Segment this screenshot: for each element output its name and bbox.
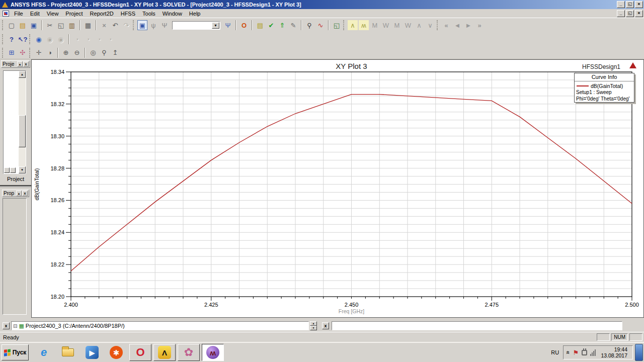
scroll-up-button[interactable]: ▲ [19,71,26,78]
animate-eye-4-icon[interactable]: ◔ [105,34,115,44]
minimize-button[interactable]: _ [617,1,625,8]
project-manager-field[interactable]: ⊟ ▦ Project2400_3 (C:/Antenn/2400/8P18P/… [11,321,309,330]
taskbar-app-paint[interactable]: ✿ [178,344,200,361]
hide-selection-icon[interactable]: ◉ [45,34,55,44]
taskbar-app-file-manager[interactable] [57,344,79,361]
zoom-in-rect-icon[interactable]: ⊕ [61,48,71,58]
toolbar-grip[interactable] [2,48,4,58]
wave-rect-pulse-icon[interactable]: ∧ [348,20,358,30]
nav-first-icon[interactable]: « [441,20,451,30]
nav-next-icon[interactable]: ► [463,20,473,30]
wave-w1-icon[interactable]: W [381,20,391,30]
properties-panel-pin-button[interactable]: ▴ [16,191,22,196]
animate-eye-3-icon[interactable]: ◔ [94,34,104,44]
rotate-icon[interactable]: ◑ [45,48,55,58]
toolbar-grip[interactable] [29,34,31,44]
validate-icon[interactable]: ▤ [255,20,265,30]
taskbar-app-lambda[interactable]: Λ [153,344,176,361]
project-panel-pin-button[interactable]: ▴ [17,61,23,67]
taskbar-app-movie-reel[interactable]: ✱ [105,344,127,361]
create-report-icon[interactable]: ∿ [315,20,326,30]
selection-combobox[interactable]: ▼ [172,21,220,30]
validation-check-icon[interactable]: ✔ [266,20,276,30]
menu-hfss[interactable]: HFSS [117,10,139,18]
toolbar-grip[interactable] [133,20,135,30]
scroll-down-button[interactable]: ▼ [19,166,26,173]
properties-panel-close-button[interactable]: x [22,191,28,196]
port-assign-icon[interactable]: Ψ [159,20,170,30]
nav-prev-icon[interactable]: ◄ [452,20,462,30]
menu-file[interactable]: File [11,10,27,18]
plot-document-icon[interactable] [3,11,9,17]
progress-close-button[interactable]: x [322,322,329,329]
nav-last-icon[interactable]: » [474,20,485,30]
animate-eye-2-icon[interactable]: ◔ [83,34,93,44]
coordinate-axes-icon[interactable]: ↥ [110,48,120,58]
project-tab[interactable]: Project [0,176,31,182]
dock-spinner[interactable]: ▲▼ [310,321,317,330]
copy-image-icon[interactable]: ◱ [332,20,342,30]
animate-eye-1-icon[interactable]: ◔ [72,34,82,44]
port-display-icon[interactable]: ψ [148,20,158,30]
zoom-area-icon[interactable]: ⚲ [99,48,109,58]
save-icon[interactable]: ▣ [29,20,39,30]
menu-report2d[interactable]: Report2D [87,10,117,18]
taskbar-app-media-player[interactable]: ▶ [81,344,103,361]
scrollbar-thumb[interactable] [19,115,26,147]
menu-window[interactable]: Window [159,10,186,18]
delete-icon[interactable]: × [99,20,109,30]
wave-peak-icon[interactable]: ∧ [414,20,424,30]
fit-all-icon[interactable]: ◎ [88,48,98,58]
menu-tools[interactable]: Tools [139,10,159,18]
wave-m1-icon[interactable]: M [370,20,380,30]
paste-icon[interactable]: ▥ [67,20,77,30]
menu-project[interactable]: Project [62,10,86,18]
horizontal-scroll-buttons[interactable] [4,167,16,173]
network-signal-icon[interactable] [590,349,596,356]
toolbar-grip[interactable] [29,48,31,58]
toolbar-grip[interactable] [2,34,4,44]
pan-icon[interactable]: ✛ [34,48,44,58]
wave-m2-icon[interactable]: M [392,20,402,30]
menu-help[interactable]: Help [186,10,204,18]
analyze-all-icon[interactable]: ⇑ [277,20,287,30]
mdi-close-button[interactable]: × [635,10,643,17]
copy-icon[interactable]: ◱ [56,20,66,30]
open-file-icon[interactable]: ▤ [18,20,28,30]
menu-view[interactable]: View [43,10,62,18]
toolbar-grip[interactable] [437,20,439,30]
project-tree-listbox[interactable]: ▲ ▼ [3,70,26,174]
visibility-eye-icon[interactable]: ◉ [34,34,44,44]
project-manager-close-button[interactable]: x [3,322,10,329]
tray-expand-chevron-icon[interactable]: « [565,351,572,354]
print-icon[interactable]: ▦ [83,20,93,30]
taskbar-app-opera[interactable]: O [129,344,151,361]
zoom-out-rect-icon[interactable]: ⊖ [72,48,82,58]
action-center-flag-icon[interactable]: ⚑ [573,349,579,356]
zoom-magnifier-icon[interactable]: ⚲ [304,20,314,30]
project-panel-close-button[interactable]: x [23,61,29,67]
show-desktop-button[interactable] [635,344,643,361]
cut-icon[interactable]: ✂ [45,20,55,30]
wave-valley-icon[interactable]: ∨ [425,20,435,30]
combo-dropdown-icon[interactable]: ▼ [212,22,219,29]
mdi-restore-button[interactable]: ◱ [626,10,634,17]
redo-icon[interactable]: ↷ [121,20,131,30]
modules-icon[interactable]: ⊞ [7,48,17,58]
power-plug-icon[interactable] [582,350,587,355]
project-tree-scrollbar[interactable]: ▲ ▼ [19,71,26,173]
toolbar-grip[interactable] [2,20,4,30]
optimetrics-icon[interactable]: O [239,20,249,30]
show-selection-icon[interactable]: ◉ [56,34,66,44]
taskbar-app-internet-explorer[interactable]: e [33,344,55,361]
mdi-minimize-button[interactable]: _ [617,10,625,17]
taskbar-app-hfss[interactable]: ʍ [202,344,224,361]
model-select-icon[interactable]: ▣ [137,20,147,30]
close-button[interactable]: × [635,1,643,8]
context-help-icon[interactable]: ↖? [18,34,28,44]
undo-icon[interactable]: ↶ [110,20,120,30]
wave-w2-icon[interactable]: W [403,20,413,30]
restore-button[interactable]: ◱ [626,1,634,8]
toolbar-grip[interactable] [343,20,345,30]
boundary-display-icon[interactable]: Ψ [223,20,233,30]
